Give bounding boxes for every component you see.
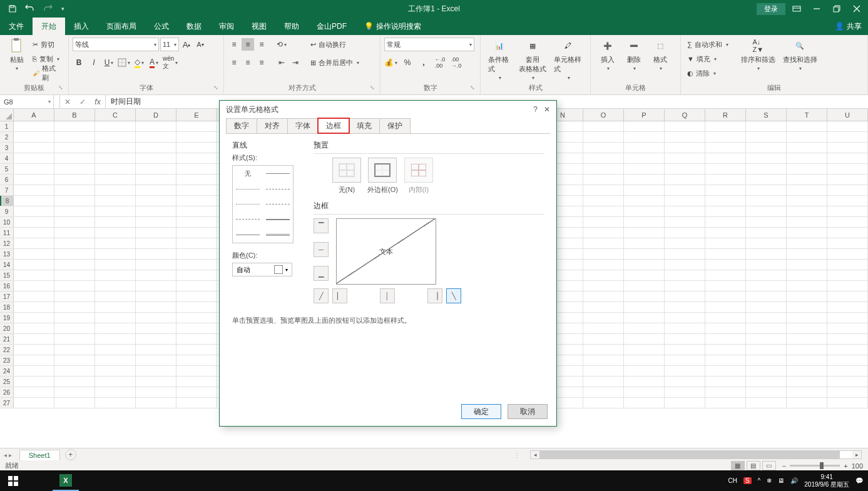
dialog-close-icon[interactable]: ✕	[544, 105, 550, 114]
format-cells-button[interactable]: ⬚格式	[647, 36, 673, 73]
border-diag-up-button[interactable]: ╱	[314, 288, 329, 303]
tab-insert[interactable]: 插入	[65, 18, 98, 35]
align-left-icon[interactable]: ≡	[228, 56, 240, 69]
ribbon-options-icon[interactable]	[788, 1, 805, 16]
col-header[interactable]: C	[95, 109, 136, 121]
sheet-nav[interactable]: ◂ ▸	[0, 452, 16, 458]
row-header[interactable]: 25	[0, 377, 14, 387]
network-icon[interactable]: 🖥	[778, 477, 784, 484]
line-opt[interactable]	[263, 166, 293, 181]
row-header[interactable]: 23	[0, 355, 14, 365]
align-middle-icon[interactable]: ≡	[242, 38, 254, 51]
line-style-picker[interactable]: 无	[232, 165, 294, 243]
dialog-titlebar[interactable]: 设置单元格格式 ? ✕	[220, 101, 556, 118]
tab-home[interactable]: 开始	[33, 18, 65, 35]
row-header[interactable]: 24	[0, 366, 14, 376]
tab-view[interactable]: 视图	[243, 18, 275, 35]
col-header[interactable]: S	[746, 109, 787, 121]
tab-layout[interactable]: 页面布局	[98, 18, 145, 35]
taskbar-excel[interactable]: X	[53, 470, 79, 491]
tab-data[interactable]: 数据	[178, 18, 210, 35]
border-right-button[interactable]: ▕	[427, 288, 442, 303]
conditional-format-button[interactable]: 📊条件格式	[484, 36, 515, 82]
border-left-button[interactable]: ▏	[332, 288, 347, 303]
scroll-right-icon[interactable]: ▸	[852, 451, 861, 458]
row-header[interactable]: 17	[0, 291, 14, 301]
row-header[interactable]: 20	[0, 323, 14, 333]
italic-button[interactable]: I	[88, 56, 100, 69]
dlg-tab-border[interactable]: 边框	[318, 118, 349, 133]
font-color-button[interactable]: A	[148, 56, 160, 69]
line-opt[interactable]	[263, 197, 293, 211]
tray-chevron-icon[interactable]: ^	[758, 477, 761, 484]
cell-style-button[interactable]: 🖍单元格样式	[550, 36, 586, 82]
border-top-button[interactable]: ▔	[314, 218, 329, 233]
row-header[interactable]: 8	[0, 196, 14, 206]
tab-file[interactable]: 文件	[0, 18, 33, 35]
row-header[interactable]: 2	[0, 132, 14, 142]
comma-button[interactable]: ,	[417, 56, 430, 69]
font-name-combo[interactable]: 等线▾	[73, 38, 159, 51]
border-bottom-button[interactable]: ▁	[314, 266, 329, 281]
merge-button[interactable]: ⊞合并后居中	[308, 56, 362, 69]
dialog-help-icon[interactable]: ?	[533, 105, 538, 114]
dlg-tab-align[interactable]: 对齐	[257, 118, 288, 133]
close-icon[interactable]	[848, 1, 865, 16]
launcher-icon[interactable]: ⤡	[213, 84, 218, 91]
fill-button[interactable]: ▼填充	[685, 52, 731, 66]
line-opt[interactable]	[233, 228, 263, 242]
split-handle[interactable]: ⋮	[514, 452, 520, 458]
row-header[interactable]: 6	[0, 175, 14, 185]
col-header[interactable]: R	[705, 109, 746, 121]
align-bottom-icon[interactable]: ≡	[255, 38, 268, 51]
find-select-button[interactable]: 🔍查找和选择	[779, 36, 821, 73]
col-header[interactable]: Q	[665, 109, 705, 121]
row-header[interactable]: 19	[0, 313, 14, 323]
border-diag-down-button[interactable]: ╲	[446, 288, 461, 303]
align-top-icon[interactable]: ≡	[228, 38, 240, 51]
ime-sogou-icon[interactable]: S	[743, 477, 752, 484]
ok-button[interactable]: 确定	[461, 404, 501, 419]
sort-filter-button[interactable]: A↓Z▼排序和筛选	[737, 36, 779, 73]
share-button[interactable]: 👤共享	[829, 18, 868, 35]
border-vmid-button[interactable]: │	[380, 288, 395, 303]
delete-cells-button[interactable]: ➖删除	[621, 36, 647, 73]
qat-customize-icon[interactable]: ▾	[59, 6, 67, 12]
clock[interactable]: 9:41 2019/9/6 星期五	[804, 473, 849, 488]
bold-button[interactable]: B	[73, 56, 85, 69]
underline-button[interactable]: U	[103, 56, 115, 69]
tab-help[interactable]: 帮助	[275, 18, 308, 35]
orientation-button[interactable]: ⟲	[275, 38, 288, 51]
row-header[interactable]: 26	[0, 387, 14, 397]
tray-app-icon[interactable]: ❄	[767, 477, 772, 484]
save-icon[interactable]	[6, 3, 19, 15]
login-button[interactable]: 登录	[757, 3, 785, 15]
line-opt[interactable]	[263, 181, 293, 196]
font-size-combo[interactable]: 11▾	[160, 38, 179, 51]
row-header[interactable]: 7	[0, 185, 14, 195]
scroll-thumb[interactable]	[539, 451, 840, 458]
sheet-tab[interactable]: Sheet1	[19, 450, 60, 460]
tab-tellme[interactable]: 💡操作说明搜索	[355, 18, 430, 35]
line-none[interactable]: 无	[233, 166, 263, 181]
confirm-edit-icon[interactable]: ✓	[75, 98, 90, 106]
decrease-font-icon[interactable]: A▾	[194, 38, 207, 51]
format-painter-button[interactable]: 🖌格式刷	[30, 66, 64, 80]
scroll-left-icon[interactable]: ◂	[531, 451, 539, 458]
taskview-button[interactable]	[26, 470, 53, 491]
paste-button[interactable]: 粘贴 ▾	[4, 36, 30, 73]
col-header[interactable]: E	[176, 109, 217, 121]
row-header[interactable]: 9	[0, 206, 14, 216]
zoom-in-button[interactable]: +	[844, 462, 847, 470]
decrease-decimal-icon[interactable]: .00→.0	[450, 56, 462, 69]
line-opt[interactable]	[263, 212, 293, 226]
row-header[interactable]: 13	[0, 249, 14, 259]
zoom-slider[interactable]	[790, 465, 840, 467]
dlg-tab-fill[interactable]: 填充	[349, 118, 380, 133]
row-header[interactable]: 21	[0, 334, 14, 344]
row-header[interactable]: 4	[0, 153, 14, 163]
tab-pdf[interactable]: 金山PDF	[308, 18, 355, 35]
row-header[interactable]: 12	[0, 238, 14, 248]
align-center-icon[interactable]: ≡	[242, 56, 254, 69]
table-format-button[interactable]: ▦套用 表格格式	[515, 36, 550, 82]
